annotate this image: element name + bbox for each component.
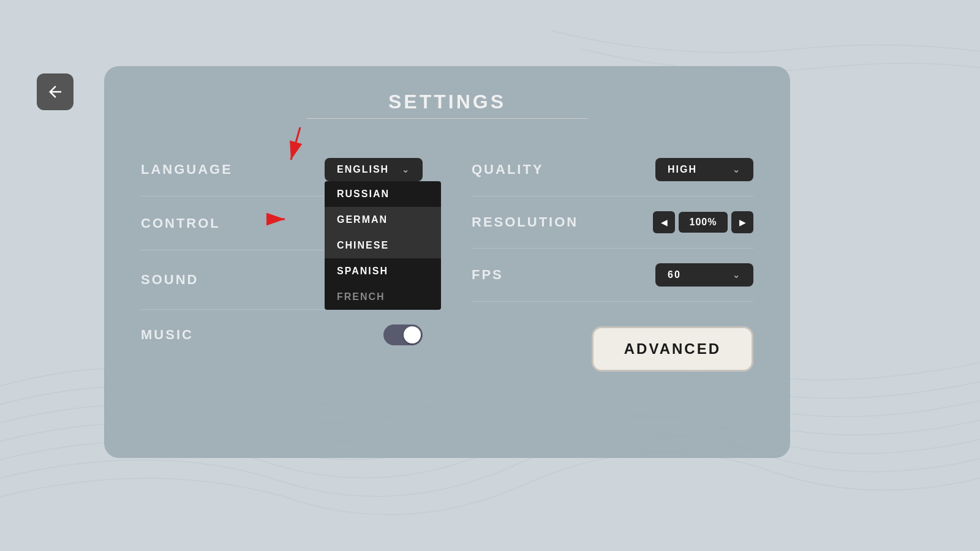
right-column: QUALITY HIGH ⌄ RESOLUTION ◀ 100% ▶ FPS [472, 143, 753, 372]
language-dropdown-menu: RUSSIAN GERMAN CHINESE SPANISH FRENCH [325, 181, 441, 310]
language-selected-value: ENGLISH [337, 164, 389, 175]
settings-grid: LANGUAGE ENGLISH ⌄ RUSSIAN GERMAN CHINES… [141, 143, 753, 372]
fps-row: FPS 60 ⌄ [472, 249, 753, 302]
quality-selected-value: HIGH [668, 164, 697, 175]
back-button[interactable] [37, 73, 74, 110]
resolution-value: 100% [679, 212, 728, 233]
advanced-button[interactable]: ADVANCED [592, 326, 753, 372]
page-title: SETTINGS [141, 91, 753, 113]
language-option-german[interactable]: GERMAN [325, 207, 441, 233]
music-row: MUSIC [141, 310, 423, 360]
quality-label: QUALITY [472, 162, 544, 178]
toggle-knob [404, 326, 421, 343]
fps-label: FPS [472, 267, 503, 283]
sound-label: SOUND [141, 272, 198, 288]
resolution-label: RESOLUTION [472, 214, 578, 230]
language-dropdown-wrapper: ENGLISH ⌄ RUSSIAN GERMAN CHINESE SPANISH… [325, 158, 423, 181]
control-label: CONTROL [141, 216, 221, 231]
left-column: LANGUAGE ENGLISH ⌄ RUSSIAN GERMAN CHINES… [141, 143, 423, 372]
fps-selected-value: 60 [668, 269, 681, 280]
quality-row: QUALITY HIGH ⌄ [472, 143, 753, 197]
language-row: LANGUAGE ENGLISH ⌄ RUSSIAN GERMAN CHINES… [141, 143, 423, 197]
fps-dropdown-button[interactable]: 60 ⌄ [655, 263, 753, 287]
quality-dropdown-button[interactable]: HIGH ⌄ [655, 158, 753, 181]
resolution-increase-button[interactable]: ▶ [731, 211, 753, 233]
language-option-spanish[interactable]: SPANISH [325, 258, 441, 284]
advanced-area: ADVANCED [472, 314, 753, 372]
resolution-decrease-button[interactable]: ◀ [653, 211, 675, 233]
language-label: LANGUAGE [141, 162, 233, 178]
music-toggle[interactable] [383, 324, 423, 345]
language-option-chinese[interactable]: CHINESE [325, 233, 441, 258]
title-divider [306, 118, 588, 119]
resolution-control: ◀ 100% ▶ [653, 211, 753, 233]
chevron-down-icon-4: ⌄ [733, 270, 741, 280]
language-option-russian[interactable]: RUSSIAN [325, 181, 441, 207]
resolution-row: RESOLUTION ◀ 100% ▶ [472, 197, 753, 249]
language-dropdown-button[interactable]: ENGLISH ⌄ [325, 158, 423, 181]
settings-panel: SETTINGS LANGUAGE ENGLISH ⌄ RUSSIAN GERM… [104, 66, 790, 458]
chevron-down-icon: ⌄ [402, 165, 410, 174]
music-label: MUSIC [141, 327, 194, 343]
language-option-french[interactable]: FRENCH [325, 284, 441, 310]
back-icon [46, 83, 64, 101]
chevron-down-icon-3: ⌄ [733, 165, 741, 174]
